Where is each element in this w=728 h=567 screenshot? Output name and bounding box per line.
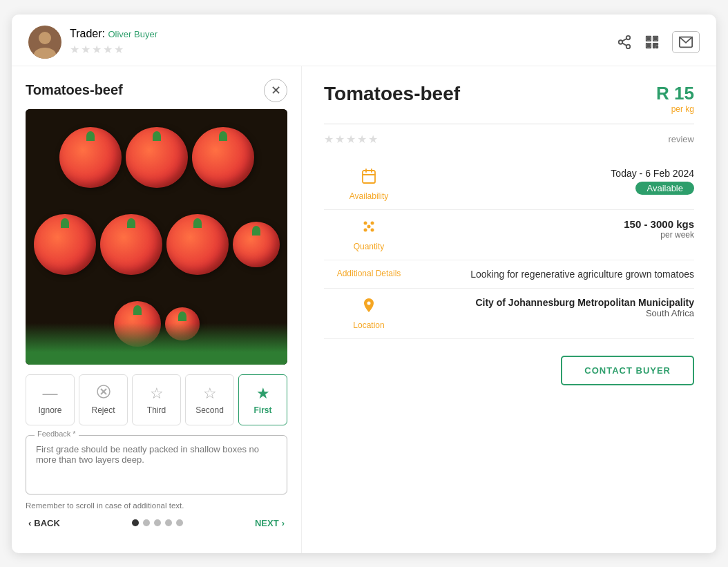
star-2: ★: [81, 43, 90, 56]
product-stars: ★ ★ ★ ★ ★: [324, 133, 378, 146]
next-button[interactable]: NEXT ›: [255, 518, 285, 528]
quantity-per: per week: [414, 230, 694, 240]
availability-value: Today - 6 Feb 2024 Available: [414, 160, 694, 209]
first-label: First: [253, 405, 271, 415]
feedback-textarea[interactable]: [36, 444, 277, 483]
trader-label: Trader: Oliver Buyer: [70, 28, 157, 40]
dot-5: [176, 519, 183, 526]
reject-label: Reject: [91, 405, 115, 415]
header-divider: [324, 124, 694, 124]
qr-button[interactable]: [644, 35, 660, 50]
second-label: Second: [195, 405, 224, 415]
tomato-6: [166, 214, 229, 275]
first-icon: ★: [256, 385, 270, 403]
svg-rect-12: [655, 37, 657, 39]
left-panel: Tomatoes-beef ✕: [12, 66, 302, 553]
prod-star-3: ★: [346, 133, 356, 146]
contact-buyer-button[interactable]: CONTACT BUYER: [561, 356, 694, 385]
next-chevron: ›: [282, 518, 285, 528]
svg-point-30: [367, 224, 371, 228]
grade-third[interactable]: ☆ Third: [132, 374, 181, 425]
prod-star-5: ★: [368, 133, 378, 146]
third-icon: ☆: [150, 385, 164, 403]
tomato-4: [34, 214, 96, 275]
svg-point-31: [367, 301, 371, 305]
quantity-label: Quantity: [324, 218, 414, 251]
close-button[interactable]: ✕: [264, 79, 287, 102]
svg-rect-22: [363, 171, 375, 183]
availability-row: Availability Today - 6 Feb 2024 Availabl…: [324, 160, 694, 209]
additional-row: Additional Details Looking for regenerat…: [324, 260, 694, 288]
prod-star-2: ★: [335, 133, 345, 146]
header-actions: [617, 31, 700, 53]
mail-button[interactable]: [672, 31, 700, 53]
price-block: R 15 per kg: [656, 83, 694, 114]
calendar-icon: [361, 168, 377, 189]
additional-label-text: Additional Details: [337, 269, 401, 278]
dot-1: [132, 519, 139, 526]
share-button[interactable]: [617, 35, 632, 50]
contact-btn-row: CONTACT BUYER: [324, 356, 694, 385]
quantity-icon: [361, 218, 377, 239]
feedback-legend: Feedback *: [35, 430, 79, 438]
grade-reject[interactable]: Reject: [79, 374, 128, 425]
next-label: NEXT: [255, 518, 279, 528]
review-link[interactable]: review: [668, 134, 694, 144]
svg-point-26: [364, 221, 367, 224]
grade-buttons: — Ignore Reject ☆ Third ☆ Second: [26, 374, 287, 425]
tomato-5: [100, 214, 162, 275]
grade-ignore[interactable]: — Ignore: [26, 374, 75, 425]
tomato-3: [192, 127, 254, 188]
location-row: Location City of Johannesburg Metropolit…: [324, 289, 694, 338]
star-5: ★: [114, 43, 124, 56]
location-value: City of Johannesburg Metropolitan Munici…: [414, 289, 694, 338]
trader-stars: ★ ★ ★ ★ ★: [70, 43, 157, 56]
tomato-1: [59, 127, 122, 188]
left-product-title: Tomatoes-beef: [26, 82, 123, 98]
svg-rect-16: [653, 45, 655, 48]
additional-text: Looking for regenerative agriculture gro…: [414, 269, 694, 280]
grade-first[interactable]: ★ First: [238, 374, 287, 425]
dot-3: [154, 519, 161, 526]
grade-second[interactable]: ☆ Second: [185, 374, 234, 425]
feedback-box: Feedback *: [26, 435, 287, 494]
svg-line-7: [622, 38, 626, 41]
main-body: Tomatoes-beef ✕: [12, 66, 716, 553]
ignore-label: Ignore: [38, 405, 61, 415]
trader-info: Trader: Oliver Buyer ★ ★ ★ ★ ★: [70, 28, 157, 56]
trader-name-link[interactable]: Oliver Buyer: [108, 29, 157, 39]
prod-star-4: ★: [357, 133, 367, 146]
svg-point-27: [371, 221, 374, 224]
header: Trader: Oliver Buyer ★ ★ ★ ★ ★: [12, 15, 716, 66]
main-card: Trader: Oliver Buyer ★ ★ ★ ★ ★: [12, 15, 716, 553]
svg-rect-11: [648, 37, 650, 39]
availability-badge: Available: [635, 182, 694, 195]
ignore-icon: —: [43, 385, 58, 403]
svg-point-1: [39, 32, 51, 44]
quantity-range: 150 - 3000 kgs: [414, 218, 694, 230]
trader-section: Trader: Oliver Buyer ★ ★ ★ ★ ★: [28, 26, 157, 59]
svg-rect-13: [648, 44, 650, 46]
availability-date: Today - 6 Feb 2024: [414, 168, 694, 179]
svg-point-29: [371, 228, 374, 231]
per-unit: per kg: [656, 104, 694, 114]
product-price: R 15: [656, 83, 694, 104]
back-label: BACK: [34, 518, 60, 528]
back-button[interactable]: ‹ BACK: [28, 518, 60, 528]
dot-4: [165, 519, 172, 526]
dot-indicators: [132, 519, 183, 526]
product-title-row: Tomatoes-beef ✕: [26, 79, 287, 102]
product-image: [26, 109, 287, 365]
svg-point-28: [364, 228, 367, 231]
dot-2: [143, 519, 150, 526]
quantity-label-text: Quantity: [354, 242, 385, 251]
divider-4: [324, 338, 694, 339]
star-1: ★: [70, 43, 79, 56]
svg-line-6: [622, 43, 626, 46]
additional-value: Looking for regenerative agriculture gro…: [414, 260, 694, 288]
footer-nav: ‹ BACK NEXT ›: [26, 518, 287, 528]
svg-rect-15: [655, 43, 658, 44]
avatar: [28, 26, 61, 59]
product-header: Tomatoes-beef R 15 per kg: [324, 83, 694, 114]
location-label: Location: [324, 297, 414, 330]
